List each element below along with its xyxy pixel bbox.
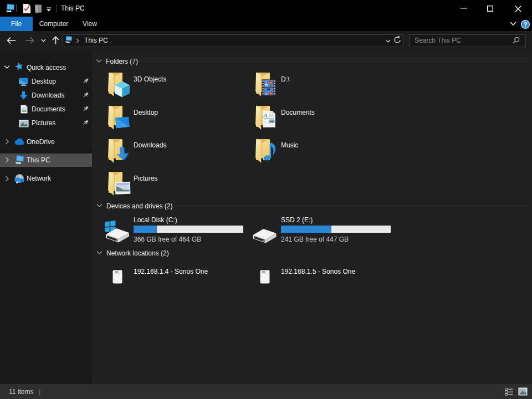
svg-text:?: ? (524, 21, 528, 28)
svg-text:A: A (263, 112, 268, 119)
